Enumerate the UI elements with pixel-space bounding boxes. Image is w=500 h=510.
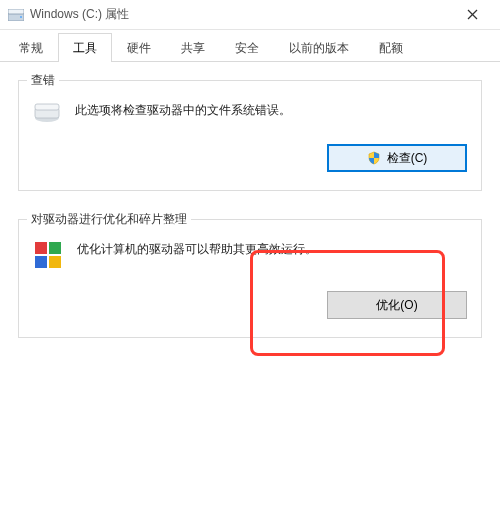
group-error-checking: 查错 此选项将检查驱动器中的文件系统错误。 [18, 80, 482, 191]
check-button[interactable]: 检查(C) [327, 144, 467, 172]
defrag-icon [33, 240, 63, 273]
group-title-error-checking: 查错 [27, 72, 59, 89]
tab-sharing[interactable]: 共享 [166, 33, 220, 62]
tab-bar: 常规 工具 硬件 共享 安全 以前的版本 配额 [0, 30, 500, 62]
check-button-label: 检查(C) [387, 150, 428, 167]
window-title: Windows (C:) 属性 [30, 6, 452, 23]
disk-check-icon [33, 101, 61, 126]
group-optimize: 对驱动器进行优化和碎片整理 优化计算机的驱动器可以帮助其更高效运行。 优化(O) [18, 219, 482, 338]
error-checking-description: 此选项将检查驱动器中的文件系统错误。 [75, 101, 291, 119]
optimize-button[interactable]: 优化(O) [327, 291, 467, 319]
svg-rect-8 [35, 242, 47, 254]
close-icon [467, 9, 478, 20]
group-title-optimize: 对驱动器进行优化和碎片整理 [27, 211, 191, 228]
svg-rect-10 [35, 256, 47, 268]
tab-tools[interactable]: 工具 [58, 33, 112, 62]
tab-security[interactable]: 安全 [220, 33, 274, 62]
optimize-button-label: 优化(O) [376, 297, 417, 314]
shield-icon [367, 151, 381, 165]
svg-point-2 [20, 16, 22, 18]
tab-hardware[interactable]: 硬件 [112, 33, 166, 62]
tab-content-tools: 查错 此选项将检查驱动器中的文件系统错误。 [0, 62, 500, 384]
tab-general[interactable]: 常规 [4, 33, 58, 62]
svg-rect-9 [49, 242, 61, 254]
svg-rect-11 [49, 256, 61, 268]
tab-previous-versions[interactable]: 以前的版本 [274, 33, 364, 62]
svg-rect-7 [35, 104, 59, 110]
tab-quota[interactable]: 配额 [364, 33, 418, 62]
close-button[interactable] [452, 7, 492, 23]
optimize-description: 优化计算机的驱动器可以帮助其更高效运行。 [77, 240, 317, 258]
drive-icon [8, 9, 24, 21]
titlebar: Windows (C:) 属性 [0, 0, 500, 30]
svg-rect-1 [8, 9, 24, 14]
